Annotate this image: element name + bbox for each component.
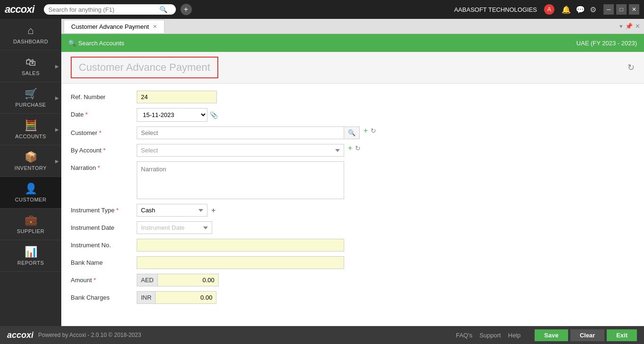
sidebar-label-accounts: ACCOUNTS [15,134,46,139]
purchase-arrow-icon: ▶ [55,95,59,101]
sidebar-item-accounts[interactable]: 🧮 ACCOUNTS ▶ [0,114,61,145]
customer-action-buttons: + ↻ [363,126,376,135]
date-row: Date * 15-11-2023 📎 [71,108,635,122]
by-account-refresh-icon[interactable]: ↻ [355,144,361,152]
maximize-button[interactable]: □ [616,4,627,15]
narration-row: Narration * [71,161,635,199]
sidebar-label-dashboard: DASHBOARD [13,39,48,44]
sidebar: ⌂ DASHBOARD 🛍 SALES ▶ 🛒 PURCHASE ▶ 🧮 ACC… [0,19,61,326]
instrument-type-label: Instrument Type * [71,204,137,214]
instrument-date-select[interactable]: Instrument Date [137,221,212,234]
inventory-arrow-icon: ▶ [55,159,59,164]
tab-close-icon[interactable]: ✕ [153,24,157,30]
app-logo: accoxi [5,3,34,16]
tab-close-right-icon[interactable]: ✕ [635,23,640,30]
content-area: Customer Advance Payment ✕ ▾ 📌 ✕ 🔍 Searc… [61,19,644,326]
help-link[interactable]: Help [508,332,521,339]
bank-name-input[interactable] [137,256,344,269]
bell-icon[interactable]: 🔔 [561,5,571,14]
search-icon[interactable]: 🔍 [159,6,167,13]
reports-icon: 📊 [25,246,37,258]
sidebar-label-purchase: PURCHASE [15,102,46,108]
date-wrapper: 15-11-2023 📎 [137,108,218,122]
bank-charges-input[interactable] [155,291,216,304]
sidebar-item-reports[interactable]: 📊 REPORTS [0,240,61,272]
instrument-date-label: Instrument Date [71,221,137,231]
topbar: accoxi 🔍 + AABASOFT TECHNOLOGIES A 🔔 💬 ⚙… [0,0,644,19]
by-account-label: By Account * [71,144,137,154]
add-new-button[interactable]: + [181,4,192,15]
search-accounts-label: Search Accounts [78,40,124,47]
instrument-type-wrapper: Cash Cheque Online Transfer + [137,204,215,217]
search-input[interactable] [49,6,157,13]
sidebar-label-customer: CUSTOMER [15,197,47,202]
ref-number-input[interactable] [137,91,217,103]
company-avatar: A [544,4,554,15]
customer-row: Customer * 🔍 + ↻ [71,126,635,139]
refresh-icon[interactable]: ↻ [627,62,635,73]
inventory-icon: 📦 [25,151,37,163]
close-button[interactable]: ✕ [629,4,639,15]
sidebar-label-sales: SALES [22,70,40,76]
faq-link[interactable]: FAQ's [456,332,472,339]
customer-add-icon[interactable]: + [363,126,368,135]
form-body: Ref. Number Date * 15-11-2023 📎 Customer… [61,84,644,326]
topbar-icons: 🔔 💬 ⚙ [561,5,596,14]
sales-icon: 🛍 [25,56,36,68]
footer: accoxi Powered by Accoxi - 2.0.10 © 2018… [0,326,644,344]
save-button[interactable]: Save [535,329,568,341]
settings-icon[interactable]: ⚙ [590,5,596,14]
supplier-icon: 💼 [25,214,37,227]
sidebar-item-sales[interactable]: 🛍 SALES ▶ [0,50,61,82]
accounts-arrow-icon: ▶ [55,127,59,132]
instrument-type-row: Instrument Type * Cash Cheque Online Tra… [71,204,635,217]
bank-charges-row: Bank Charges INR [71,291,635,304]
footer-powered-by: Powered by Accoxi - 2.0.10 © 2018-2023 [38,332,141,338]
amount-input[interactable] [157,274,219,286]
tab-bar: Customer Advance Payment ✕ ▾ 📌 ✕ [61,19,644,34]
date-select[interactable]: 15-11-2023 [137,108,207,122]
narration-textarea[interactable] [137,161,344,199]
search-bar[interactable]: 🔍 [44,4,176,15]
sidebar-item-customer[interactable]: 👤 CUSTOMER [0,177,61,209]
instrument-date-row: Instrument Date Instrument Date [71,221,635,234]
instrument-type-add-button[interactable]: + [211,206,215,215]
tab-dropdown-button[interactable]: ▾ 📌 ✕ [619,23,644,30]
customer-input[interactable] [137,126,344,139]
sidebar-item-supplier[interactable]: 💼 SUPPLIER [0,209,61,240]
sidebar-item-inventory[interactable]: 📦 INVENTORY ▶ [0,145,61,177]
bank-charges-wrapper: INR [137,291,216,304]
customer-label: Customer * [71,126,137,136]
attachment-icon[interactable]: 📎 [210,111,218,119]
customer-select-wrapper: 🔍 [137,126,360,139]
form-title: Customer Advance Payment [71,57,218,78]
footer-links: FAQ's Support Help Save Clear Exit [456,329,637,341]
support-link[interactable]: Support [479,332,501,339]
sidebar-item-dashboard[interactable]: ⌂ DASHBOARD [0,19,61,50]
clear-button[interactable]: Clear [570,329,605,341]
accounts-icon: 🧮 [25,119,37,132]
bank-charges-currency: INR [137,291,155,304]
window-buttons: ─ □ ✕ [603,4,639,15]
footer-logo: accoxi [7,330,33,340]
exit-button[interactable]: Exit [607,329,637,341]
search-accounts-button[interactable]: 🔍 Search Accounts [68,40,124,47]
amount-currency: AED [137,274,157,286]
customer-icon: 👤 [25,183,37,195]
purchase-icon: 🛒 [25,88,37,100]
sidebar-item-purchase[interactable]: 🛒 PURCHASE ▶ [0,82,61,114]
sidebar-label-supplier: SUPPLIER [17,228,44,234]
by-account-add-icon[interactable]: + [348,144,352,152]
ref-number-label: Ref. Number [71,91,137,101]
tab-customer-advance-payment[interactable]: Customer Advance Payment ✕ [64,20,165,33]
sales-arrow-icon: ▶ [55,64,59,69]
customer-refresh-icon[interactable]: ↻ [371,127,376,134]
instrument-type-select[interactable]: Cash Cheque Online Transfer [137,204,207,217]
by-account-select[interactable]: Select [137,144,344,157]
narration-label: Narration * [71,161,137,171]
customer-search-button[interactable]: 🔍 [344,126,360,139]
by-account-action-buttons: + ↻ [348,144,361,152]
instrument-no-input[interactable] [137,239,344,252]
message-icon[interactable]: 💬 [576,5,585,14]
minimize-button[interactable]: ─ [603,4,614,15]
